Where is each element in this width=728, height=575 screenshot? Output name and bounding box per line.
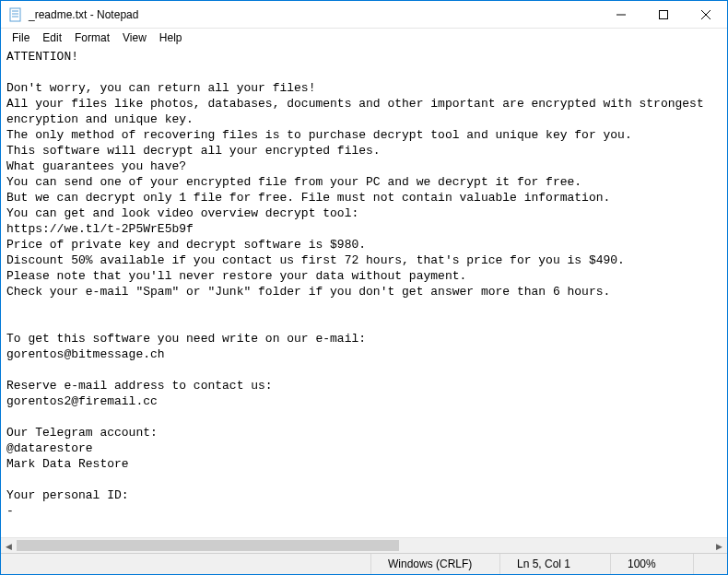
scroll-thumb[interactable] (17, 540, 399, 551)
statusbar: Windows (CRLF) Ln 5, Col 1 100% (1, 553, 727, 574)
status-encoding: Windows (CRLF) (370, 554, 499, 574)
status-zoom: 100% (610, 554, 693, 574)
menu-edit[interactable]: Edit (37, 30, 67, 45)
scroll-left-button[interactable]: ◀ (1, 538, 17, 553)
horizontal-scrollbar[interactable]: ◀ ▶ (1, 537, 727, 553)
minimize-button[interactable] (600, 1, 642, 29)
menu-file[interactable]: File (6, 30, 35, 45)
editor-area: ATTENTION! Don't worry, you can return a… (1, 47, 727, 553)
status-position: Ln 5, Col 1 (499, 554, 610, 574)
close-button[interactable] (685, 1, 727, 29)
notepad-icon (8, 7, 23, 22)
svg-rect-5 (660, 11, 668, 19)
text-editor[interactable]: ATTENTION! Don't worry, you can return a… (1, 47, 727, 537)
titlebar: _readme.txt - Notepad (1, 1, 727, 29)
scroll-right-button[interactable]: ▶ (711, 538, 727, 553)
maximize-button[interactable] (642, 1, 685, 29)
menu-help[interactable]: Help (154, 30, 188, 45)
menubar: File Edit Format View Help (1, 29, 727, 47)
scroll-track[interactable] (17, 538, 711, 553)
window-controls (600, 1, 727, 28)
menu-view[interactable]: View (117, 30, 152, 45)
window-title: _readme.txt - Notepad (29, 8, 600, 21)
menu-format[interactable]: Format (69, 30, 115, 45)
status-spacer (693, 554, 727, 574)
notepad-window: _readme.txt - Notepad File Edit Format V… (0, 0, 728, 575)
svg-rect-0 (10, 8, 20, 21)
